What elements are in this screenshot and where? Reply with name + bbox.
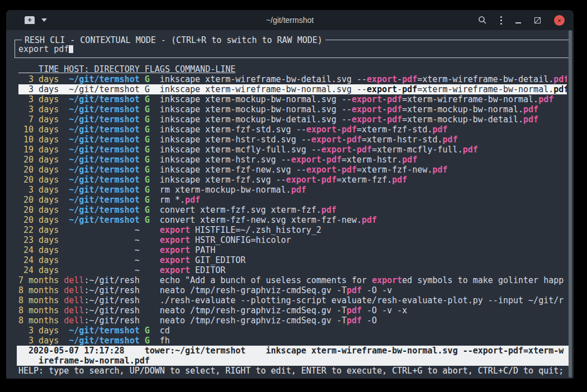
row-time: 24 days [18, 245, 59, 255]
command-text: -O -v [362, 285, 392, 295]
row-host-dir: ~ [64, 255, 139, 265]
command-text: - [397, 84, 402, 94]
search-match: pdf [347, 305, 362, 315]
history-row[interactable]: 24 days ~ export GIT_EDITOR [18, 255, 567, 265]
history-row-selected[interactable]: 3 days ~/git/termshot G inkscape xterm-w… [18, 84, 567, 94]
history-row[interactable]: 20 days ~/git/termshot G inkscape xterm-… [18, 155, 567, 165]
search-match: export [352, 104, 382, 114]
search-match: pdf [357, 145, 372, 155]
row-command: echo "Add a bunch of useless comments fo… [160, 275, 564, 285]
row-host-dir: ~/git/termshot [64, 155, 139, 165]
row-flag: G [145, 135, 150, 145]
row-host-dir: dell:~/git/resh [64, 295, 139, 305]
command-text: EDITOR [190, 265, 225, 275]
row-command: inkscape xterm-mcfly-full.svg --export-p… [160, 145, 478, 155]
history-row[interactable]: 3 days ~/git/termshot G inkscape xterm-m… [18, 94, 567, 104]
command-text: echo "Add a bunch of useless comments fo… [160, 275, 372, 285]
row-directory: :~/git/resh [84, 305, 139, 315]
row-directory: ~/git/termshot [69, 104, 139, 114]
row-command: inkscape xterm-mockup-bw-normal.svg --ex… [160, 94, 553, 104]
history-row[interactable]: 19 days ~/git/termshot G inkscape xterm-… [18, 145, 567, 155]
search-input[interactable]: export pdf [18, 44, 569, 54]
history-row[interactable]: 20 days ~/git/termshot G inkscape xterm-… [18, 165, 567, 175]
history-row[interactable]: 7 days ~/git/termshot G inkscape xterm-m… [18, 114, 567, 125]
command-text: =xterm-wireframe-bw-detail. [417, 74, 553, 84]
command-text: inkscape xterm-fzf.svg -- [160, 175, 286, 185]
history-row[interactable]: 3 days ~/git/termshot G cd [18, 326, 567, 336]
row-command: inkscape xterm-hstr-std.svg --export-pdf… [160, 135, 458, 145]
command-text: inkscape xterm-mcfly-full.svg -- [160, 145, 321, 155]
search-box-title: RESH CLI - CONTEXTUAL MODE - (CTRL+R to … [22, 35, 325, 45]
history-row[interactable]: 3 days ~/git/termshot G inkscape xterm-w… [18, 74, 567, 84]
history-row[interactable]: 24 days ~ export PATH [18, 245, 567, 255]
scrollbar[interactable] [569, 30, 572, 377]
row-time: 3 days [18, 84, 59, 94]
row-host-dir: ~/git/termshot [64, 84, 139, 94]
search-match: export [321, 145, 352, 155]
history-row[interactable]: 3 days ~/git/termshot G rm xterm-mockup-… [18, 185, 567, 195]
row-time: 8 months [18, 295, 59, 305]
history-table-header: TIME HOST: DIRECTORY FLAGS COMMAND-LINE [18, 64, 574, 74]
search-match: pdf [553, 84, 567, 94]
history-row[interactable]: 8 months dell:~/git/resh neato /tmp/resh… [18, 315, 567, 326]
row-directory: ~ [135, 225, 140, 235]
history-row[interactable]: 8 months dell:~/git/resh ./resh-evaluate… [18, 295, 567, 305]
command-text: - [382, 114, 387, 125]
row-directory: ~/git/termshot [69, 114, 139, 125]
row-time: 3 days [18, 336, 59, 346]
command-text: - [342, 135, 347, 145]
search-match: pdf [387, 94, 402, 104]
history-row[interactable]: 8 months dell:~/git/resh neato /tmp/resh… [18, 305, 567, 315]
search-match: pdf [392, 175, 407, 185]
search-match: export [160, 255, 190, 265]
history-row[interactable]: 3 days ~/git/termshot G inkscape xterm-m… [18, 104, 567, 114]
search-match: pdf [538, 94, 553, 104]
row-host-dir: ~/git/termshot [64, 175, 139, 185]
search-match: export [286, 175, 316, 185]
row-host-dir: ~/git/termshot [64, 195, 139, 205]
row-host: dell [64, 295, 84, 305]
command-text: =xterm-fzf-std. [357, 125, 432, 135]
command-text: rm *. [160, 195, 185, 205]
row-command: export PATH [160, 245, 215, 255]
row-directory: ~/git/termshot [69, 205, 139, 215]
row-time: 3 days [18, 104, 59, 114]
command-text: inkscape xterm-mockup-bw-normal.svg -- [160, 94, 352, 104]
history-row[interactable]: 8 months dell:~/git/resh neato /tmp/resh… [18, 285, 567, 295]
history-row[interactable]: 24 days ~ export EDITOR [18, 265, 567, 275]
row-host-dir: ~/git/termshot [64, 114, 139, 125]
row-host-dir: ~/git/termshot [64, 205, 139, 215]
history-row[interactable]: 20 days ~/git/termshot G inkscape xterm-… [18, 175, 567, 185]
history-row[interactable]: 10 days ~/git/termshot G inkscape xterm-… [18, 125, 567, 135]
history-row[interactable]: 7 months dell:~/git/resh echo "Add a bun… [18, 275, 567, 285]
history-row[interactable]: 10 days ~/git/termshot G inkscape xterm-… [18, 135, 567, 145]
command-text: - [352, 145, 357, 155]
history-row[interactable]: 23 days ~ export HSTR_CONFIG=hicolor [18, 235, 567, 245]
search-match: pdf [523, 114, 538, 125]
row-directory: :~/git/resh [84, 275, 139, 285]
row-command: neato /tmp/resh-graphviz-cmdSeq.gv -Tpdf… [160, 305, 408, 315]
history-row[interactable]: 20 days ~/git/termshot G convert xterm-f… [18, 205, 567, 215]
search-match: pdf [291, 185, 306, 195]
row-command: rm xterm-mockup-bw-normal.pdf [160, 185, 306, 195]
history-row[interactable]: 22 days ~ export HISTFILE=~/.zsh_history… [18, 225, 567, 235]
history-row[interactable]: 20 days ~/git/termshot G convert xterm-f… [18, 215, 567, 225]
search-match: pdf [185, 195, 200, 205]
command-text: =xterm-hstr. [342, 155, 402, 165]
row-directory: ~/git/termshot [69, 84, 139, 94]
history-row[interactable]: 20 days ~/git/termshot G rm *.pdf [18, 195, 567, 205]
row-command: neato /tmp/resh-graphviz-cmdSeq.gv -Tpdf… [160, 285, 392, 295]
row-command: cd [160, 326, 170, 336]
command-text: inkscape xterm-hstr.svg -- [160, 155, 291, 165]
command-text: inkscape xterm-wireframe-bw-normal.svg -… [160, 84, 367, 94]
history-row[interactable]: 3 days ~/git/termshot G fh [18, 336, 567, 346]
titlebar: + ~/git/termshot ✕ [6, 10, 574, 30]
command-text: =xterm-mcfly-full. [372, 145, 463, 155]
row-flag: G [145, 185, 150, 195]
row-host-dir: ~/git/termshot [64, 94, 139, 104]
row-host-dir: ~ [64, 265, 139, 275]
row-time: 3 days [18, 74, 59, 84]
row-flag: G [145, 205, 150, 215]
command-text: GIT_EDITOR [190, 255, 245, 265]
command-text: =xterm-fzf. [337, 175, 392, 185]
